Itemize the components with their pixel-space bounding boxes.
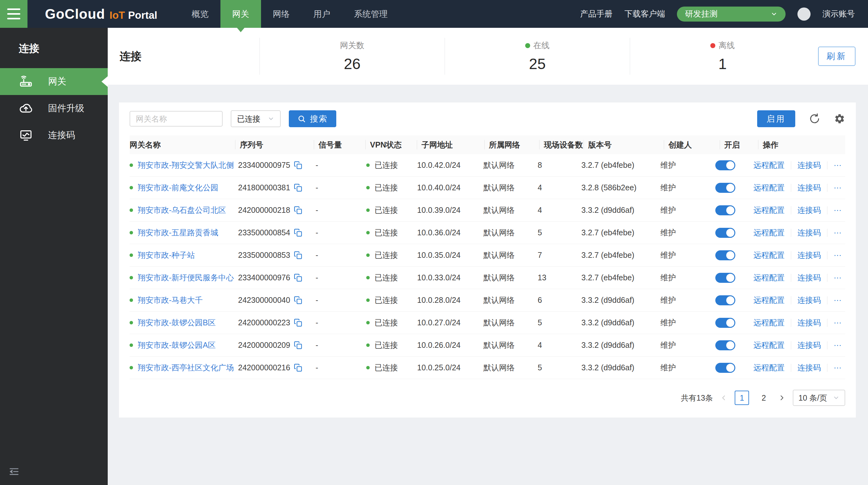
copy-icon[interactable] xyxy=(294,341,302,349)
sidebar-item-gateway[interactable]: 网关 xyxy=(0,68,108,95)
network-name: 默认网络 xyxy=(483,273,538,283)
connection-code-link[interactable]: 连接码 xyxy=(798,317,821,328)
copy-icon[interactable] xyxy=(294,228,302,237)
enable-toggle[interactable] xyxy=(715,228,735,238)
nav-item-network[interactable]: 网络 xyxy=(261,0,302,28)
vpn-status-dot-icon xyxy=(366,231,370,234)
copy-icon[interactable] xyxy=(294,364,302,372)
row-more-button[interactable]: ··· xyxy=(834,228,841,237)
connection-code-link[interactable]: 连接码 xyxy=(798,273,821,283)
row-more-button[interactable]: ··· xyxy=(834,318,841,327)
product-manual-link[interactable]: 产品手册 xyxy=(580,8,613,19)
gateway-name-link[interactable]: 翔安市政-马巷大千 xyxy=(138,295,203,305)
collapse-sidebar-icon[interactable] xyxy=(9,466,19,477)
status-filter-select[interactable]: 已连接 xyxy=(231,110,281,127)
row-more-button[interactable]: ··· xyxy=(834,341,841,350)
menu-toggle-button[interactable] xyxy=(0,0,28,28)
remote-config-link[interactable]: 远程配置 xyxy=(753,363,785,373)
nav-item-system-admin[interactable]: 系统管理 xyxy=(342,0,400,28)
version-number: 3.3.2 (d9dd6af) xyxy=(581,206,660,215)
serial-number: 233500000853 xyxy=(238,251,290,260)
enable-toggle[interactable] xyxy=(715,318,735,328)
gateway-name-link[interactable]: 翔安市政-翔安交警大队北侧 xyxy=(138,160,234,170)
search-input[interactable] xyxy=(130,111,223,126)
copy-icon[interactable] xyxy=(294,251,302,259)
connection-code-link[interactable]: 连接码 xyxy=(798,250,821,260)
row-more-button[interactable]: ··· xyxy=(834,363,841,372)
enable-button[interactable]: 启用 xyxy=(757,110,795,127)
connection-code-icon xyxy=(19,128,33,143)
page-size-select[interactable]: 10 条/页 xyxy=(793,390,845,406)
remote-config-link[interactable]: 远程配置 xyxy=(753,228,785,238)
enable-toggle[interactable] xyxy=(715,340,735,350)
gateway-online-dot-icon xyxy=(130,164,133,167)
device-count: 4 xyxy=(538,206,581,215)
enable-toggle[interactable] xyxy=(715,250,735,260)
page-number-2[interactable]: 2 xyxy=(756,391,771,405)
nav-item-overview[interactable]: 概览 xyxy=(180,0,220,28)
sidebar-item-firmware-upgrade[interactable]: 固件升级 xyxy=(0,95,108,122)
gateway-name-link[interactable]: 翔安市政-西亭社区文化广场 xyxy=(138,363,234,373)
refresh-button[interactable]: 刷新 xyxy=(818,47,856,66)
remote-config-link[interactable]: 远程配置 xyxy=(753,317,785,328)
enable-toggle[interactable] xyxy=(715,160,735,170)
sidebar-item-connection-code[interactable]: 连接码 xyxy=(0,122,108,149)
gateway-name-link[interactable]: 翔安市政-乌石盘公司北区 xyxy=(138,205,226,215)
status-filter-value: 已连接 xyxy=(237,114,260,124)
device-count: 5 xyxy=(538,363,581,372)
copy-icon[interactable] xyxy=(294,274,302,282)
gateway-name-link[interactable]: 翔安市政-新圩便民服务中心 xyxy=(138,273,234,283)
enable-toggle[interactable] xyxy=(715,205,735,215)
connection-code-link[interactable]: 连接码 xyxy=(798,340,821,350)
connection-code-link[interactable]: 连接码 xyxy=(798,160,821,170)
enable-toggle[interactable] xyxy=(715,295,735,305)
prev-page-icon[interactable] xyxy=(720,394,727,401)
enable-toggle[interactable] xyxy=(715,273,735,283)
row-more-button[interactable]: ··· xyxy=(834,251,841,260)
gateway-name-link[interactable]: 翔安市政-鼓锣公园A区 xyxy=(138,340,216,350)
copy-icon[interactable] xyxy=(294,183,302,192)
gateway-online-dot-icon xyxy=(130,343,133,347)
remote-config-link[interactable]: 远程配置 xyxy=(753,250,785,260)
page-number-1[interactable]: 1 xyxy=(735,391,749,405)
search-button[interactable]: 搜索 xyxy=(289,110,336,127)
row-more-button[interactable]: ··· xyxy=(834,161,841,170)
nav-item-users[interactable]: 用户 xyxy=(302,0,342,28)
connection-code-link[interactable]: 连接码 xyxy=(798,363,821,373)
gateway-name-link[interactable]: 翔安市政-鼓锣公园B区 xyxy=(138,317,216,328)
download-client-link[interactable]: 下载客户端 xyxy=(624,8,665,19)
avatar[interactable] xyxy=(798,7,811,21)
environment-select[interactable]: 研发挂测 xyxy=(677,6,785,22)
connection-code-link[interactable]: 连接码 xyxy=(798,295,821,305)
enable-toggle[interactable] xyxy=(715,363,735,373)
reload-icon[interactable] xyxy=(809,113,820,124)
connection-code-link[interactable]: 连接码 xyxy=(798,205,821,215)
remote-config-link[interactable]: 远程配置 xyxy=(753,160,785,170)
gateway-name-link[interactable]: 翔安市政-五星路贡香城 xyxy=(138,228,218,238)
connection-code-link[interactable]: 连接码 xyxy=(798,228,821,238)
gear-icon[interactable] xyxy=(834,113,845,124)
remote-config-link[interactable]: 远程配置 xyxy=(753,340,785,350)
next-page-icon[interactable] xyxy=(778,394,785,401)
connection-code-link[interactable]: 连接码 xyxy=(798,182,821,193)
remote-config-link[interactable]: 远程配置 xyxy=(753,295,785,305)
remote-config-link[interactable]: 远程配置 xyxy=(753,205,785,215)
row-more-button[interactable]: ··· xyxy=(834,296,841,305)
enable-toggle[interactable] xyxy=(715,183,735,193)
subnet-address: 10.0.40.0/24 xyxy=(417,183,483,192)
table-row: 翔安市政-乌石盘公司北区 242000000218 - 已连接 10.0.39.… xyxy=(130,199,845,222)
copy-icon[interactable] xyxy=(294,296,302,304)
gateway-name-link[interactable]: 翔安市政-前庵文化公园 xyxy=(138,182,218,193)
nav-item-gateway[interactable]: 网关 xyxy=(220,0,261,28)
row-more-button[interactable]: ··· xyxy=(834,273,841,282)
gateway-name-link[interactable]: 翔安市政-种子站 xyxy=(138,250,195,260)
network-name: 默认网络 xyxy=(483,205,538,215)
remote-config-link[interactable]: 远程配置 xyxy=(753,273,785,283)
remote-config-link[interactable]: 远程配置 xyxy=(753,182,785,193)
row-more-button[interactable]: ··· xyxy=(834,206,841,215)
copy-icon[interactable] xyxy=(294,206,302,215)
copy-icon[interactable] xyxy=(294,161,302,169)
copy-icon[interactable] xyxy=(294,318,302,327)
device-count: 13 xyxy=(538,273,581,282)
row-more-button[interactable]: ··· xyxy=(834,183,841,192)
